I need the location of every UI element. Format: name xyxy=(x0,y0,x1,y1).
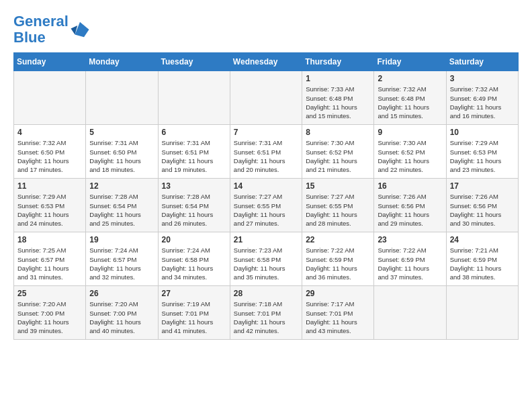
day-info: Sunrise: 7:29 AMSunset: 6:53 PMDaylight:… xyxy=(450,138,515,174)
day-number: 23 xyxy=(378,235,442,244)
day-number: 20 xyxy=(162,235,226,244)
calendar-cell: 19Sunrise: 7:24 AMSunset: 6:57 PMDayligh… xyxy=(86,232,158,286)
day-info: Sunrise: 7:31 AMSunset: 6:50 PMDaylight:… xyxy=(89,138,154,174)
day-number: 5 xyxy=(89,128,154,137)
logo: General Blue xyxy=(13,13,90,46)
calendar-cell: 13Sunrise: 7:28 AMSunset: 6:54 PMDayligh… xyxy=(158,179,230,232)
calendar-cell: 15Sunrise: 7:27 AMSunset: 6:55 PMDayligh… xyxy=(302,179,374,232)
logo-blue: Blue xyxy=(13,29,46,46)
calendar-cell xyxy=(14,71,86,125)
calendar-cell: 29Sunrise: 7:17 AMSunset: 7:01 PMDayligh… xyxy=(302,286,374,340)
day-number: 28 xyxy=(234,289,298,298)
weekday-header-sunday: Sunday xyxy=(14,53,86,71)
day-info: Sunrise: 7:26 AMSunset: 6:56 PMDaylight:… xyxy=(378,192,442,228)
day-number: 16 xyxy=(378,181,442,191)
calendar-cell: 7Sunrise: 7:31 AMSunset: 6:51 PMDaylight… xyxy=(230,125,302,179)
logo-text: General Blue xyxy=(13,13,69,46)
weekday-header-wednesday: Wednesday xyxy=(230,53,302,71)
day-number: 9 xyxy=(378,128,442,137)
day-number: 11 xyxy=(17,181,82,191)
day-number: 26 xyxy=(89,289,154,298)
day-info: Sunrise: 7:22 AMSunset: 6:59 PMDaylight:… xyxy=(306,246,370,281)
day-number: 3 xyxy=(450,74,515,83)
calendar-cell: 24Sunrise: 7:21 AMSunset: 6:59 PMDayligh… xyxy=(446,232,518,286)
day-info: Sunrise: 7:25 AMSunset: 6:57 PMDaylight:… xyxy=(17,246,82,281)
day-info: Sunrise: 7:30 AMSunset: 6:52 PMDaylight:… xyxy=(306,138,370,174)
weekday-header-monday: Monday xyxy=(86,53,158,71)
calendar-cell: 9Sunrise: 7:30 AMSunset: 6:52 PMDaylight… xyxy=(374,125,446,179)
calendar-cell: 12Sunrise: 7:28 AMSunset: 6:54 PMDayligh… xyxy=(86,179,158,232)
day-number: 18 xyxy=(17,235,82,244)
header: General Blue xyxy=(13,13,519,46)
day-number: 21 xyxy=(234,235,298,244)
calendar-cell: 18Sunrise: 7:25 AMSunset: 6:57 PMDayligh… xyxy=(14,232,86,286)
day-info: Sunrise: 7:20 AMSunset: 7:00 PMDaylight:… xyxy=(89,300,154,335)
day-info: Sunrise: 7:30 AMSunset: 6:52 PMDaylight:… xyxy=(378,138,442,174)
calendar-cell: 8Sunrise: 7:30 AMSunset: 6:52 PMDaylight… xyxy=(302,125,374,179)
calendar-cell xyxy=(446,286,518,340)
day-number: 17 xyxy=(450,181,515,191)
day-info: Sunrise: 7:24 AMSunset: 6:58 PMDaylight:… xyxy=(162,246,226,281)
week-row-4: 18Sunrise: 7:25 AMSunset: 6:57 PMDayligh… xyxy=(14,232,519,286)
calendar-cell: 4Sunrise: 7:32 AMSunset: 6:50 PMDaylight… xyxy=(14,125,86,179)
calendar-cell: 10Sunrise: 7:29 AMSunset: 6:53 PMDayligh… xyxy=(446,125,518,179)
calendar-cell: 26Sunrise: 7:20 AMSunset: 7:00 PMDayligh… xyxy=(86,286,158,340)
day-number: 29 xyxy=(306,289,370,298)
day-number: 6 xyxy=(162,128,226,137)
day-number: 8 xyxy=(306,128,370,137)
weekday-header-tuesday: Tuesday xyxy=(158,53,230,71)
calendar-cell: 5Sunrise: 7:31 AMSunset: 6:50 PMDaylight… xyxy=(86,125,158,179)
weekday-header-saturday: Saturday xyxy=(446,53,518,71)
day-info: Sunrise: 7:17 AMSunset: 7:01 PMDaylight:… xyxy=(306,300,370,335)
calendar-table: SundayMondayTuesdayWednesdayThursdayFrid… xyxy=(13,52,519,340)
calendar-cell xyxy=(374,286,446,340)
weekday-header-friday: Friday xyxy=(374,53,446,71)
day-info: Sunrise: 7:22 AMSunset: 6:59 PMDaylight:… xyxy=(378,246,442,281)
day-info: Sunrise: 7:18 AMSunset: 7:01 PMDaylight:… xyxy=(234,300,298,335)
calendar-cell xyxy=(86,71,158,125)
weekday-header-row: SundayMondayTuesdayWednesdayThursdayFrid… xyxy=(14,53,519,71)
day-number: 2 xyxy=(378,74,442,83)
day-info: Sunrise: 7:31 AMSunset: 6:51 PMDaylight:… xyxy=(162,138,226,174)
day-info: Sunrise: 7:26 AMSunset: 6:56 PMDaylight:… xyxy=(450,192,515,228)
day-info: Sunrise: 7:28 AMSunset: 6:54 PMDaylight:… xyxy=(89,192,154,228)
calendar-cell: 3Sunrise: 7:32 AMSunset: 6:49 PMDaylight… xyxy=(446,71,518,125)
day-info: Sunrise: 7:32 AMSunset: 6:49 PMDaylight:… xyxy=(450,85,515,120)
day-number: 25 xyxy=(17,289,82,298)
day-info: Sunrise: 7:20 AMSunset: 7:00 PMDaylight:… xyxy=(17,300,82,335)
day-number: 13 xyxy=(162,181,226,191)
calendar-cell: 21Sunrise: 7:23 AMSunset: 6:58 PMDayligh… xyxy=(230,232,302,286)
day-number: 14 xyxy=(234,181,298,191)
calendar-cell: 1Sunrise: 7:33 AMSunset: 6:48 PMDaylight… xyxy=(302,71,374,125)
day-number: 1 xyxy=(306,74,370,83)
day-number: 27 xyxy=(162,289,226,298)
logo-icon xyxy=(70,19,90,40)
calendar-cell: 23Sunrise: 7:22 AMSunset: 6:59 PMDayligh… xyxy=(374,232,446,286)
day-number: 22 xyxy=(306,235,370,244)
day-number: 4 xyxy=(17,128,82,137)
calendar-cell: 17Sunrise: 7:26 AMSunset: 6:56 PMDayligh… xyxy=(446,179,518,232)
day-info: Sunrise: 7:27 AMSunset: 6:55 PMDaylight:… xyxy=(306,192,370,228)
day-info: Sunrise: 7:23 AMSunset: 6:58 PMDaylight:… xyxy=(234,246,298,281)
day-info: Sunrise: 7:27 AMSunset: 6:55 PMDaylight:… xyxy=(234,192,298,228)
calendar-cell: 20Sunrise: 7:24 AMSunset: 6:58 PMDayligh… xyxy=(158,232,230,286)
day-info: Sunrise: 7:24 AMSunset: 6:57 PMDaylight:… xyxy=(89,246,154,281)
logo-general: General xyxy=(13,13,69,30)
week-row-1: 1Sunrise: 7:33 AMSunset: 6:48 PMDaylight… xyxy=(14,71,519,125)
day-info: Sunrise: 7:33 AMSunset: 6:48 PMDaylight:… xyxy=(306,85,370,120)
calendar-cell xyxy=(230,71,302,125)
calendar-cell: 25Sunrise: 7:20 AMSunset: 7:00 PMDayligh… xyxy=(14,286,86,340)
day-number: 15 xyxy=(306,181,370,191)
calendar-cell: 14Sunrise: 7:27 AMSunset: 6:55 PMDayligh… xyxy=(230,179,302,232)
calendar-cell: 11Sunrise: 7:29 AMSunset: 6:53 PMDayligh… xyxy=(14,179,86,232)
day-info: Sunrise: 7:19 AMSunset: 7:01 PMDaylight:… xyxy=(162,300,226,335)
week-row-3: 11Sunrise: 7:29 AMSunset: 6:53 PMDayligh… xyxy=(14,179,519,232)
svg-marker-0 xyxy=(75,22,89,38)
day-info: Sunrise: 7:31 AMSunset: 6:51 PMDaylight:… xyxy=(234,138,298,174)
week-row-5: 25Sunrise: 7:20 AMSunset: 7:00 PMDayligh… xyxy=(14,286,519,340)
day-info: Sunrise: 7:28 AMSunset: 6:54 PMDaylight:… xyxy=(162,192,226,228)
weekday-header-thursday: Thursday xyxy=(302,53,374,71)
week-row-2: 4Sunrise: 7:32 AMSunset: 6:50 PMDaylight… xyxy=(14,125,519,179)
day-number: 12 xyxy=(89,181,154,191)
calendar-cell: 16Sunrise: 7:26 AMSunset: 6:56 PMDayligh… xyxy=(374,179,446,232)
